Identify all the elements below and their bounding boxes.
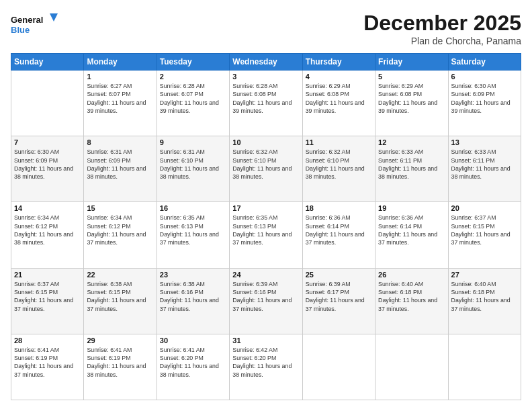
- table-row: 5Sunrise: 6:29 AMSunset: 6:08 PMDaylight…: [375, 71, 448, 136]
- calendar-week-row: 7Sunrise: 6:30 AMSunset: 6:09 PMDaylight…: [11, 136, 521, 202]
- table-row: 17Sunrise: 6:35 AMSunset: 6:13 PMDayligh…: [230, 202, 302, 268]
- day-number: 9: [160, 138, 226, 146]
- table-row: 26Sunrise: 6:40 AMSunset: 6:18 PMDayligh…: [375, 268, 448, 334]
- day-info: Sunrise: 6:28 AMSunset: 6:08 PMDaylight:…: [232, 82, 299, 115]
- day-info: Sunrise: 6:39 AMSunset: 6:16 PMDaylight:…: [232, 280, 299, 313]
- day-number: 28: [14, 336, 81, 345]
- calendar-week-row: 14Sunrise: 6:34 AMSunset: 6:12 PMDayligh…: [11, 202, 521, 268]
- page: General Blue December 2025 Plan de Chorc…: [0, 0, 532, 411]
- day-number: 31: [232, 336, 299, 345]
- logo: General Blue: [11, 11, 58, 38]
- day-info: Sunrise: 6:32 AMSunset: 6:10 PMDaylight:…: [232, 148, 299, 181]
- day-info: Sunrise: 6:38 AMSunset: 6:16 PMDaylight:…: [160, 280, 226, 313]
- day-number: 12: [378, 138, 445, 146]
- day-info: Sunrise: 6:41 AMSunset: 6:19 PMDaylight:…: [14, 346, 81, 379]
- day-info: Sunrise: 6:32 AMSunset: 6:10 PMDaylight:…: [306, 148, 372, 181]
- day-number: 14: [14, 204, 81, 212]
- table-row: 19Sunrise: 6:36 AMSunset: 6:14 PMDayligh…: [375, 202, 448, 268]
- calendar-week-row: 28Sunrise: 6:41 AMSunset: 6:19 PMDayligh…: [11, 334, 521, 400]
- table-row: 16Sunrise: 6:35 AMSunset: 6:13 PMDayligh…: [157, 202, 229, 268]
- day-info: Sunrise: 6:36 AMSunset: 6:14 PMDaylight:…: [378, 214, 445, 246]
- table-row: 24Sunrise: 6:39 AMSunset: 6:16 PMDayligh…: [230, 268, 302, 334]
- day-number: 22: [87, 271, 153, 279]
- day-number: 17: [232, 204, 299, 212]
- table-row: 8Sunrise: 6:31 AMSunset: 6:09 PMDaylight…: [84, 136, 157, 202]
- table-row: [302, 334, 375, 400]
- day-info: Sunrise: 6:35 AMSunset: 6:13 PMDaylight:…: [232, 214, 299, 246]
- day-number: 23: [160, 271, 226, 279]
- calendar-table: Sunday Monday Tuesday Wednesday Thursday…: [11, 53, 521, 400]
- day-info: Sunrise: 6:31 AMSunset: 6:09 PMDaylight:…: [87, 148, 153, 181]
- svg-text:General: General: [11, 15, 43, 25]
- table-row: [11, 71, 84, 136]
- table-row: 12Sunrise: 6:33 AMSunset: 6:11 PMDayligh…: [375, 136, 448, 202]
- day-info: Sunrise: 6:40 AMSunset: 6:18 PMDaylight:…: [451, 280, 518, 313]
- svg-text:Blue: Blue: [11, 25, 30, 35]
- table-row: 2Sunrise: 6:28 AMSunset: 6:07 PMDaylight…: [157, 71, 229, 136]
- day-info: Sunrise: 6:33 AMSunset: 6:11 PMDaylight:…: [451, 148, 518, 181]
- day-number: 10: [232, 138, 299, 146]
- day-number: 11: [306, 138, 372, 146]
- col-thursday: Thursday: [302, 54, 375, 71]
- day-info: Sunrise: 6:27 AMSunset: 6:07 PMDaylight:…: [87, 82, 153, 115]
- table-row: 11Sunrise: 6:32 AMSunset: 6:10 PMDayligh…: [302, 136, 375, 202]
- day-info: Sunrise: 6:28 AMSunset: 6:07 PMDaylight:…: [160, 82, 226, 115]
- day-number: 30: [160, 336, 226, 345]
- day-info: Sunrise: 6:29 AMSunset: 6:08 PMDaylight:…: [378, 82, 445, 115]
- table-row: 22Sunrise: 6:38 AMSunset: 6:15 PMDayligh…: [84, 268, 157, 334]
- col-wednesday: Wednesday: [230, 54, 302, 71]
- day-number: 21: [14, 271, 81, 279]
- day-info: Sunrise: 6:31 AMSunset: 6:10 PMDaylight:…: [160, 148, 226, 181]
- calendar-week-row: 21Sunrise: 6:37 AMSunset: 6:15 PMDayligh…: [11, 268, 521, 334]
- table-row: 30Sunrise: 6:41 AMSunset: 6:20 PMDayligh…: [157, 334, 229, 400]
- table-row: 31Sunrise: 6:42 AMSunset: 6:20 PMDayligh…: [230, 334, 302, 400]
- calendar-week-row: 1Sunrise: 6:27 AMSunset: 6:07 PMDaylight…: [11, 71, 521, 136]
- day-number: 26: [378, 271, 445, 279]
- table-row: 7Sunrise: 6:30 AMSunset: 6:09 PMDaylight…: [11, 136, 84, 202]
- day-info: Sunrise: 6:29 AMSunset: 6:08 PMDaylight:…: [306, 82, 372, 115]
- day-info: Sunrise: 6:35 AMSunset: 6:13 PMDaylight:…: [160, 214, 226, 246]
- table-row: 1Sunrise: 6:27 AMSunset: 6:07 PMDaylight…: [84, 71, 157, 136]
- table-row: [448, 334, 521, 400]
- table-row: 15Sunrise: 6:34 AMSunset: 6:12 PMDayligh…: [84, 202, 157, 268]
- table-row: 4Sunrise: 6:29 AMSunset: 6:08 PMDaylight…: [302, 71, 375, 136]
- day-info: Sunrise: 6:37 AMSunset: 6:15 PMDaylight:…: [14, 280, 81, 313]
- day-info: Sunrise: 6:38 AMSunset: 6:15 PMDaylight:…: [87, 280, 153, 313]
- table-row: 20Sunrise: 6:37 AMSunset: 6:15 PMDayligh…: [448, 202, 521, 268]
- calendar-title: December 2025: [363, 11, 521, 36]
- day-info: Sunrise: 6:30 AMSunset: 6:09 PMDaylight:…: [451, 82, 518, 115]
- col-saturday: Saturday: [448, 54, 521, 71]
- table-row: 14Sunrise: 6:34 AMSunset: 6:12 PMDayligh…: [11, 202, 84, 268]
- table-row: 23Sunrise: 6:38 AMSunset: 6:16 PMDayligh…: [157, 268, 229, 334]
- day-info: Sunrise: 6:37 AMSunset: 6:15 PMDaylight:…: [451, 214, 518, 246]
- table-row: 27Sunrise: 6:40 AMSunset: 6:18 PMDayligh…: [448, 268, 521, 334]
- day-info: Sunrise: 6:36 AMSunset: 6:14 PMDaylight:…: [306, 214, 372, 246]
- day-number: 3: [232, 73, 299, 81]
- table-row: 6Sunrise: 6:30 AMSunset: 6:09 PMDaylight…: [448, 71, 521, 136]
- day-info: Sunrise: 6:34 AMSunset: 6:12 PMDaylight:…: [14, 214, 81, 246]
- day-info: Sunrise: 6:42 AMSunset: 6:20 PMDaylight:…: [232, 346, 299, 379]
- table-row: 10Sunrise: 6:32 AMSunset: 6:10 PMDayligh…: [230, 136, 302, 202]
- table-row: 21Sunrise: 6:37 AMSunset: 6:15 PMDayligh…: [11, 268, 84, 334]
- day-number: 15: [87, 204, 153, 212]
- table-row: 18Sunrise: 6:36 AMSunset: 6:14 PMDayligh…: [302, 202, 375, 268]
- day-info: Sunrise: 6:33 AMSunset: 6:11 PMDaylight:…: [378, 148, 445, 181]
- table-row: [375, 334, 448, 400]
- header: General Blue December 2025 Plan de Chorc…: [11, 11, 521, 46]
- logo-svg: General Blue: [11, 11, 58, 38]
- table-row: 3Sunrise: 6:28 AMSunset: 6:08 PMDaylight…: [230, 71, 302, 136]
- day-info: Sunrise: 6:30 AMSunset: 6:09 PMDaylight:…: [14, 148, 81, 181]
- col-sunday: Sunday: [11, 54, 84, 71]
- day-number: 27: [451, 271, 518, 279]
- day-number: 25: [306, 271, 372, 279]
- day-number: 13: [451, 138, 518, 146]
- day-number: 29: [87, 336, 153, 345]
- day-number: 7: [14, 138, 81, 146]
- day-info: Sunrise: 6:39 AMSunset: 6:17 PMDaylight:…: [306, 280, 372, 313]
- day-number: 2: [160, 73, 226, 81]
- table-row: 13Sunrise: 6:33 AMSunset: 6:11 PMDayligh…: [448, 136, 521, 202]
- calendar-header-row: Sunday Monday Tuesday Wednesday Thursday…: [11, 54, 521, 71]
- table-row: 9Sunrise: 6:31 AMSunset: 6:10 PMDaylight…: [157, 136, 229, 202]
- day-number: 18: [306, 204, 372, 212]
- day-number: 24: [232, 271, 299, 279]
